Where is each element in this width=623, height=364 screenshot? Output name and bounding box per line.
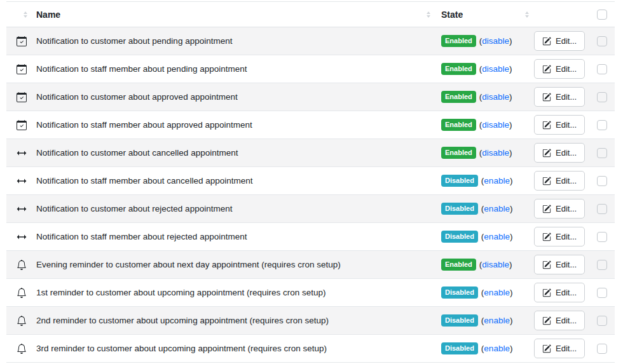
pencil-square-icon <box>542 316 551 325</box>
state-badge: Disabled <box>441 231 478 242</box>
pencil-square-icon <box>542 121 551 130</box>
paren-close: ) <box>509 148 512 158</box>
pencil-square-icon <box>542 65 551 74</box>
row-checkbox[interactable] <box>597 344 607 354</box>
state-toggle-link[interactable]: disable <box>482 92 509 102</box>
state-toggle-link[interactable]: enable <box>484 344 510 353</box>
edit-button[interactable]: Edit... <box>534 171 585 191</box>
state-badge: Enabled <box>441 35 476 46</box>
state-toggle-link[interactable]: disable <box>482 120 509 130</box>
edit-button[interactable]: Edit... <box>534 339 585 358</box>
state-toggle-link[interactable]: disable <box>482 260 509 269</box>
state-badge: Disabled <box>441 342 478 354</box>
row-checkbox[interactable] <box>597 260 607 270</box>
edit-button-label: Edit... <box>556 232 577 241</box>
bell-icon <box>17 260 27 270</box>
sort-icon[interactable] <box>24 11 27 18</box>
state-badge: Enabled <box>441 91 476 102</box>
paren-close: ) <box>510 316 513 325</box>
calendar-check-icon <box>17 36 27 46</box>
state-toggle-link[interactable]: enable <box>484 288 510 297</box>
state-badge: Enabled <box>441 63 476 74</box>
edit-button[interactable]: Edit... <box>534 199 585 219</box>
row-checkbox[interactable] <box>597 288 607 298</box>
calendar-check-icon <box>17 92 27 102</box>
edit-button-label: Edit... <box>556 344 577 353</box>
table-row: Notification to customer about pending a… <box>6 27 615 55</box>
table-row: Evening reminder to customer about next … <box>6 251 615 279</box>
paren-close: ) <box>510 288 513 297</box>
edit-button[interactable]: Edit... <box>534 143 585 163</box>
table-row: Notification to customer about cancelled… <box>6 139 615 167</box>
bell-icon <box>17 288 27 298</box>
pencil-square-icon <box>542 177 551 185</box>
edit-button[interactable]: Edit... <box>534 59 585 79</box>
edit-button-label: Edit... <box>556 36 577 46</box>
row-checkbox[interactable] <box>597 176 607 186</box>
state-toggle-link[interactable]: disable <box>482 64 509 74</box>
row-checkbox[interactable] <box>597 36 607 46</box>
table-body: Notification to customer about pending a… <box>6 27 615 363</box>
paren-close: ) <box>509 120 512 130</box>
state-badge: Disabled <box>441 314 478 326</box>
pencil-square-icon <box>542 344 551 353</box>
state-toggle-link[interactable]: enable <box>484 232 510 241</box>
sort-icon[interactable] <box>525 11 529 18</box>
column-header-name[interactable]: Name <box>36 10 60 20</box>
pencil-square-icon <box>542 233 551 241</box>
select-all-checkbox[interactable] <box>597 10 607 20</box>
row-checkbox[interactable] <box>597 92 607 102</box>
edit-button[interactable]: Edit... <box>534 255 585 274</box>
paren-close: ) <box>509 64 512 74</box>
pencil-square-icon <box>542 93 551 102</box>
row-checkbox[interactable] <box>597 120 607 130</box>
edit-button[interactable]: Edit... <box>534 227 585 246</box>
edit-button[interactable]: Edit... <box>534 283 585 302</box>
notification-name: Notification to staff member about appro… <box>36 120 252 130</box>
edit-button[interactable]: Edit... <box>534 87 585 107</box>
state-toggle-link[interactable]: enable <box>484 176 510 185</box>
table-row: 1st reminder to customer about upcoming … <box>6 279 615 307</box>
state-badge: Enabled <box>441 259 476 270</box>
edit-button[interactable]: Edit... <box>534 31 585 51</box>
paren-close: ) <box>510 232 513 241</box>
notification-name: Notification to staff member about rejec… <box>36 232 247 241</box>
row-checkbox[interactable] <box>597 316 607 326</box>
edit-button-label: Edit... <box>556 288 577 297</box>
state-toggle-link[interactable]: enable <box>484 204 510 213</box>
edit-button-label: Edit... <box>556 176 577 185</box>
column-header-state[interactable]: State <box>441 10 463 20</box>
calendar-check-icon <box>17 64 27 74</box>
state-toggle-link[interactable]: disable <box>482 148 509 158</box>
notification-name: 3rd reminder to customer about upcoming … <box>36 344 327 353</box>
table-row: 2nd reminder to customer about upcoming … <box>6 307 615 335</box>
notification-name: 1st reminder to customer about upcoming … <box>36 288 325 297</box>
edit-button-label: Edit... <box>556 204 577 213</box>
notification-name: Evening reminder to customer about next … <box>36 260 341 269</box>
paren-close: ) <box>510 344 513 353</box>
sort-icon[interactable] <box>427 11 430 18</box>
state-toggle-link[interactable]: disable <box>482 36 509 46</box>
notifications-table: Name State Notification to customer abou… <box>0 0 623 363</box>
calendar-check-icon <box>17 120 27 130</box>
pencil-square-icon <box>542 149 551 158</box>
row-checkbox[interactable] <box>597 148 607 158</box>
notification-name: Notification to customer about cancelled… <box>36 148 238 158</box>
state-badge: Enabled <box>441 119 476 130</box>
state-badge: Disabled <box>441 203 478 214</box>
table-header: Name State <box>6 2 615 27</box>
table-row: Notification to staff member about pendi… <box>6 55 615 83</box>
edit-button-label: Edit... <box>556 316 577 325</box>
notification-name: Notification to staff member about pendi… <box>36 64 247 74</box>
bell-icon <box>17 316 27 326</box>
bell-icon <box>17 344 27 354</box>
pencil-square-icon <box>542 205 551 213</box>
edit-button[interactable]: Edit... <box>534 311 585 330</box>
state-toggle-link[interactable]: enable <box>484 316 510 325</box>
row-checkbox[interactable] <box>597 232 607 242</box>
row-checkbox[interactable] <box>597 64 607 74</box>
paren-close: ) <box>509 92 512 102</box>
row-checkbox[interactable] <box>597 204 607 214</box>
edit-button[interactable]: Edit... <box>534 115 585 135</box>
table-row: Notification to staff member about cance… <box>6 167 615 195</box>
